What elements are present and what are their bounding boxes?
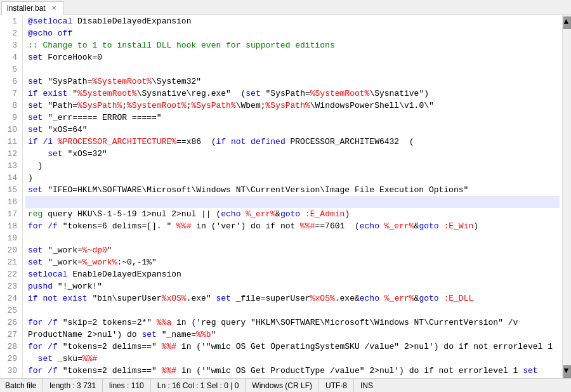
code-line: ) [25,160,560,172]
line-number: 24 [5,292,17,304]
status-bar: Batch file length : 3 731 lines : 110 Ln… [0,378,571,392]
line-number: 20 [5,244,17,256]
code-line: for /f "tokens=2 delims==" %%# in ('"wmi… [25,341,560,353]
code-line [25,196,560,208]
code-line: set ForceHook=0 [25,51,560,63]
editor-container: 1234567891011121314151617181920212223242… [0,15,571,378]
status-file-type: Batch file [5,379,43,392]
code-line: if /i %PROCESSOR_ARCHITECTURE%==x86 (if … [25,136,560,148]
code-line: @echo off [25,27,560,39]
line-number: 15 [5,184,17,196]
line-number: 13 [5,160,17,172]
code-line: setlocal EnableDelayedExpansion [25,268,560,280]
code-area[interactable]: @setlocal DisableDelayedExpansion@echo o… [23,15,562,378]
status-line-ending: Windows (CR LF) [246,379,319,392]
line-number: 16 [5,196,17,208]
tab-label: installer.bat [7,4,46,13]
line-number: 8 [5,100,17,112]
scrollbar[interactable]: ▲ ▼ [562,15,571,378]
line-number: 21 [5,256,17,268]
line-number: 22 [5,268,17,280]
line-number: 17 [5,208,17,220]
line-number: 10 [5,124,17,136]
line-number: 11 [5,136,17,148]
code-line: set "_err===== ERROR =====" [25,112,560,124]
code-line: :: Change to 1 to install DLL hook even … [25,39,560,51]
line-number: 27 [5,329,17,341]
scroll-up-arrow[interactable]: ▲ [563,16,571,29]
code-line [25,304,560,317]
code-line: set "_work=%_work%:~0,-1%" [25,256,560,268]
line-number: 3 [5,39,17,51]
line-numbers: 1234567891011121314151617181920212223242… [0,15,23,378]
line-number: 23 [5,280,17,292]
code-line: if exist "%SystemRoot%\Sysnative\reg.exe… [25,88,560,100]
line-number: 1 [5,15,17,27]
code-line: for /f "tokens=2 delims==" %%# in ('"wmi… [25,365,560,377]
code-line: @setlocal DisableDelayedExpansion [25,15,560,27]
status-encoding: UTF-8 [319,379,354,392]
line-number: 26 [5,317,17,329]
status-insert-mode: INS [354,379,379,392]
tab-close-icon[interactable]: ✕ [49,4,58,12]
code-line: for /f "tokens=6 delims=[]. " %%# in ('v… [25,220,560,232]
code-line: if not exist "bin\superUser%xOS%.exe" se… [25,292,560,304]
code-line: set "xOS=64" [25,124,560,136]
code-line: set "SysPath=%SystemRoot%\System32" [25,75,560,88]
line-number: 14 [5,172,17,184]
code-line: set "Path=%SysPath%;%SystemRoot%;%SysPat… [25,100,560,112]
code-line: ) [25,172,560,184]
code-line: for /f "skip=2 tokens=2*" %%a in ('reg q… [25,317,560,329]
code-line [25,63,560,75]
line-number: 30 [5,365,17,377]
line-number: 7 [5,88,17,100]
code-line: reg query HKU\S-1-5-19 1>nul 2>nul || (e… [25,208,560,220]
line-number: 19 [5,232,17,244]
code-line: pushd "!_work!" [25,280,560,292]
line-number: 12 [5,148,17,160]
status-position: Ln : 16 Col : 1 Sel : 0 | 0 [151,379,246,392]
line-number: 18 [5,220,17,232]
status-length: length : 3 731 [43,379,103,392]
code-line: ProductName 2>nul') do set "_name=%%b" [25,329,560,341]
line-number: 4 [5,51,17,63]
code-line: set "_work=%~dp0" [25,244,560,256]
tab-bar: installer.bat ✕ [0,0,571,15]
line-number: 6 [5,75,17,88]
tab-installer-bat[interactable]: installer.bat ✕ [1,1,64,15]
line-number: 5 [5,63,17,75]
scroll-down-arrow[interactable]: ▼ [563,365,571,378]
code-line [25,232,560,244]
code-line: set "xOS=32" [25,148,560,160]
line-number: 25 [5,304,17,317]
code-line: set "IFEO=HKLM\SOFTWARE\Microsoft\Window… [25,184,560,196]
status-lines: lines : 110 [103,379,151,392]
line-number: 2 [5,27,17,39]
line-number: 28 [5,341,17,353]
line-number: 9 [5,112,17,124]
line-number: 29 [5,353,17,365]
code-line: set _sku=%%# [25,353,560,365]
